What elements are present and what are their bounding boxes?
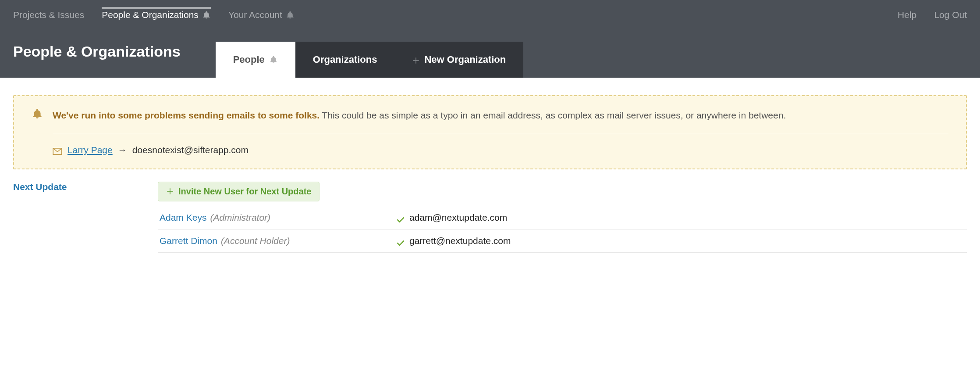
user-row: Adam Keys (Administrator) adam@nextupdat… xyxy=(158,206,967,229)
user-role: (Administrator) xyxy=(210,212,270,223)
tab-new-organization-label: New Organization xyxy=(424,54,506,65)
bell-icon xyxy=(286,10,295,20)
nav-people[interactable]: People & Organizations xyxy=(102,7,211,23)
alert-item: Larry Page → doesnotexist@sifterapp.com xyxy=(53,145,948,155)
bell-icon xyxy=(202,10,211,20)
mail-icon xyxy=(53,147,62,154)
alert-rest-text: This could be as simple as a typo in an … xyxy=(320,110,786,120)
nav-projects-label: Projects & Issues xyxy=(13,10,84,20)
subtabs: People Organizations New Organization xyxy=(216,42,524,78)
nav-projects[interactable]: Projects & Issues xyxy=(13,7,84,23)
user-email: adam@nextupdate.com xyxy=(409,212,507,223)
check-icon xyxy=(396,237,405,244)
user-role: (Account Holder) xyxy=(221,236,290,246)
bell-icon xyxy=(269,55,278,65)
nav-help[interactable]: Help xyxy=(898,7,916,23)
nav-people-label: People & Organizations xyxy=(102,10,199,20)
arrow-icon: → xyxy=(118,145,127,155)
invite-new-user-button[interactable]: Invite New User for Next Update xyxy=(158,182,320,201)
tab-new-organization[interactable]: New Organization xyxy=(394,42,523,78)
user-email: garrett@nextupdate.com xyxy=(409,236,511,246)
divider xyxy=(53,134,948,134)
tab-organizations-label: Organizations xyxy=(313,54,377,65)
tab-people[interactable]: People xyxy=(216,42,295,78)
plus-icon xyxy=(166,187,174,195)
invite-button-label: Invite New User for Next Update xyxy=(178,186,311,197)
org-name[interactable]: Next Update xyxy=(13,182,158,192)
page-title: People & Organizations xyxy=(13,30,181,78)
alert-strong-text: We've run into some problems sending ema… xyxy=(53,110,320,120)
tab-people-label: People xyxy=(233,54,265,65)
nav-account[interactable]: Your Account xyxy=(228,7,295,23)
email-problem-alert: We've run into some problems sending ema… xyxy=(13,95,967,169)
check-icon xyxy=(396,214,405,221)
tab-organizations[interactable]: Organizations xyxy=(295,42,395,78)
alert-email: doesnotexist@sifterapp.com xyxy=(132,145,249,155)
user-name-link[interactable]: Garrett Dimon xyxy=(160,236,217,246)
user-name-link[interactable]: Adam Keys xyxy=(160,212,206,223)
nav-logout[interactable]: Log Out xyxy=(934,7,967,23)
user-row: Garrett Dimon (Account Holder) garrett@n… xyxy=(158,229,967,253)
nav-account-label: Your Account xyxy=(228,10,282,20)
plus-icon xyxy=(412,56,420,64)
bell-icon xyxy=(32,108,43,120)
alert-person-link[interactable]: Larry Page xyxy=(67,145,113,155)
